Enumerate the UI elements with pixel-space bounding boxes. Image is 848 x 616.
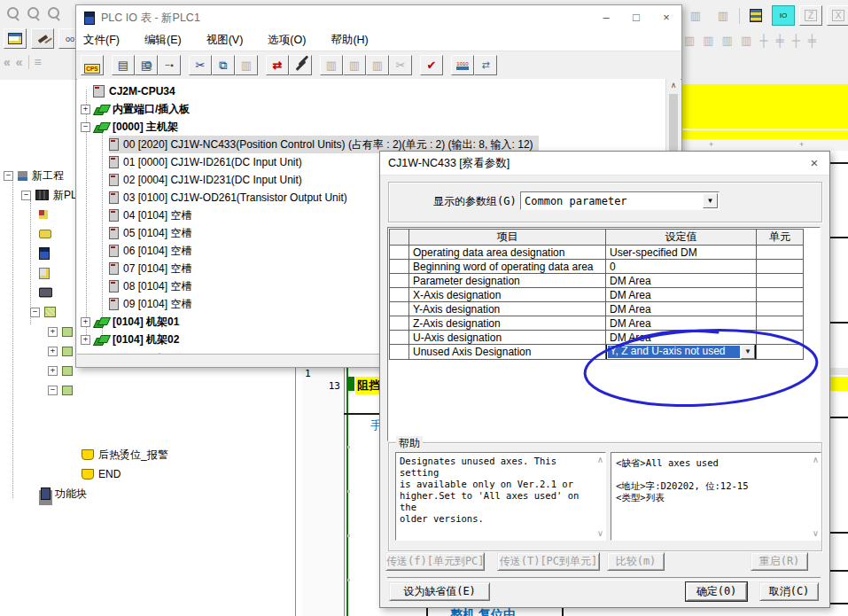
cps-button[interactable]: CPS: [81, 55, 104, 75]
scroll-up-icon[interactable]: ∧: [813, 455, 819, 464]
tree-item-io-table[interactable]: [39, 245, 50, 262]
row-margin[interactable]: [390, 331, 409, 345]
restart-button[interactable]: 重启(R): [751, 552, 808, 571]
outdent-icon[interactable]: «: [4, 55, 11, 69]
chevron-down-icon[interactable]: ▼: [741, 345, 755, 359]
menu-help[interactable]: 帮助(H): [331, 33, 368, 48]
tree-item-alarm-section[interactable]: 后热烫位_报警: [82, 446, 168, 464]
col-value-header[interactable]: 设定值: [606, 230, 757, 246]
cell-unit[interactable]: [757, 302, 804, 316]
io-tree-item-rack01[interactable]: + [0104] 机架01: [81, 313, 179, 331]
io-tree-item-slot07[interactable]: 07 [0104] 空槽: [109, 260, 191, 277]
io-tree-item-slot05[interactable]: 05 [0104] 空槽: [109, 224, 191, 242]
cell-unit[interactable]: [757, 331, 804, 345]
rung-margin[interactable]: 1 13: [302, 366, 345, 616]
col-item-header[interactable]: 项目: [409, 230, 606, 246]
tools-button[interactable]: [289, 55, 312, 75]
cell-unit[interactable]: [757, 288, 804, 302]
unused-axis-combobox[interactable]: Y, Z and U-axis not used ▼: [606, 345, 756, 360]
expand-icon[interactable]: +: [48, 327, 58, 337]
table-row[interactable]: U-Axis designation DM Area: [390, 331, 804, 345]
cell-value[interactable]: DM Area: [606, 274, 757, 288]
transfer-to-unit-button[interactable]: 传送(T)[PC到单元]: [497, 552, 600, 571]
tree-item-memory[interactable]: [39, 284, 52, 301]
outdent2-icon[interactable]: «: [16, 55, 23, 69]
io-tree-item-slot06[interactable]: 06 [0104] 空槽: [109, 242, 191, 260]
cell-value-dropdown[interactable]: Y, Z and U-axis not used ▼: [606, 345, 757, 360]
copy-button[interactable]: ⧉: [212, 55, 235, 75]
menu-edit[interactable]: 编辑(E): [144, 33, 182, 48]
transfer-button[interactable]: ⇄: [266, 55, 289, 75]
cell-value[interactable]: DM Area: [606, 316, 757, 331]
table-row[interactable]: X-Axis designation DM Area: [390, 288, 804, 302]
transfer-pc-button[interactable]: ▥: [320, 55, 343, 75]
io-tree-item-rack02[interactable]: + [0104] 机架02: [81, 331, 179, 348]
cell-unit[interactable]: [757, 246, 804, 260]
dialog-titlebar[interactable]: CJ1W-NC433 [察看参数] ×: [380, 152, 829, 175]
set-default-button[interactable]: 设为缺省值(E): [389, 582, 490, 601]
compare-units-button[interactable]: ▥: [366, 55, 389, 75]
expand-icon[interactable]: +: [48, 366, 58, 376]
row-margin[interactable]: [390, 246, 409, 260]
expand-icon[interactable]: +: [81, 335, 90, 345]
window-x-icon[interactable]: X: [827, 5, 848, 26]
table-row[interactable]: Operating data area designation User-spe…: [390, 246, 804, 260]
cell-item[interactable]: Unused Axis Designation: [409, 345, 606, 360]
cell-value[interactable]: DM Area: [606, 302, 757, 316]
row-margin[interactable]: [390, 302, 409, 316]
cell-value[interactable]: User-specified DM: [606, 246, 757, 260]
cut-button[interactable]: ✂: [189, 55, 212, 75]
minimize-button[interactable]: –: [591, 6, 621, 29]
transfer-unit-button[interactable]: ▥: [343, 55, 366, 75]
tree-item-datatypes[interactable]: [39, 206, 48, 223]
tree-item-settings[interactable]: [39, 264, 50, 282]
ok-button[interactable]: 确定(0): [686, 582, 747, 601]
io-tree-item-slot09[interactable]: 09 [0104] 空槽: [109, 295, 191, 313]
io-tree-item-slot02[interactable]: 02 [0004] CJ1W-ID231(DC Input Unit): [109, 171, 302, 189]
expand-icon[interactable]: +: [81, 317, 90, 327]
close-button[interactable]: ×: [651, 6, 681, 29]
row-margin[interactable]: [390, 260, 409, 274]
cell-unit[interactable]: [757, 345, 804, 360]
cell-item[interactable]: Z-Axis designation: [409, 316, 606, 331]
print-button[interactable]: ▤: [112, 55, 135, 75]
cell-item[interactable]: U-Axis designation: [409, 331, 606, 345]
io-tree-item-cpu[interactable]: CJ2M-CPU34: [93, 82, 175, 100]
expand-icon[interactable]: +: [48, 347, 58, 356]
row-margin[interactable]: [390, 288, 409, 302]
io-table-active-icon[interactable]: IO: [772, 5, 795, 26]
menu-options[interactable]: 选项(O): [268, 33, 306, 48]
scroll-down-icon[interactable]: ∨: [813, 528, 819, 538]
param-group-combobox[interactable]: Common parameter ▼: [520, 191, 720, 210]
collapse-icon[interactable]: −: [30, 308, 40, 317]
cell-value[interactable]: DM Area: [606, 288, 757, 302]
tree-item-programs[interactable]: −: [30, 303, 56, 321]
tree-item-section4[interactable]: −: [48, 381, 73, 399]
zoom-icon[interactable]: [7, 7, 19, 19]
unit2-icon[interactable]: ▥: [703, 34, 713, 47]
table-row[interactable]: Z-Axis designation DM Area: [390, 316, 804, 331]
cell-item[interactable]: Y-Axis designation: [409, 302, 606, 316]
transfer-box-icon[interactable]: ▥: [712, 5, 735, 26]
tree-item-function-blocks[interactable]: 功能块: [41, 485, 87, 503]
cell-value[interactable]: 0: [606, 260, 757, 274]
tree-item-project[interactable]: − 新工程: [4, 167, 64, 184]
cell-item[interactable]: X-Axis designation: [409, 288, 606, 302]
row-margin[interactable]: [390, 274, 409, 288]
chevron-down-icon[interactable]: ▼: [703, 193, 718, 208]
collapse-icon[interactable]: −: [4, 171, 13, 181]
window-io-table-button[interactable]: [4, 28, 27, 49]
io-clear-button[interactable]: ⇄: [474, 55, 497, 75]
io-tree-item-main-rack[interactable]: − [0000] 主机架: [81, 118, 178, 136]
print-preview-button[interactable]: ▤: [135, 55, 158, 75]
cell-item[interactable]: Parameter designation: [409, 274, 606, 288]
cell-value[interactable]: DM Area: [606, 331, 757, 345]
tree-item-section1[interactable]: +: [48, 323, 73, 340]
tree-item-section2[interactable]: +: [48, 342, 73, 360]
table-row-selected[interactable]: Unused Axis Designation Y, Z and U-axis …: [390, 345, 804, 360]
cell-unit[interactable]: [757, 274, 804, 288]
cell-item[interactable]: Beginning word of operating data area: [409, 260, 606, 274]
cell-unit[interactable]: [757, 316, 804, 331]
paste-button[interactable]: ▥: [235, 55, 258, 75]
col-unit-header[interactable]: 单元: [757, 230, 804, 246]
